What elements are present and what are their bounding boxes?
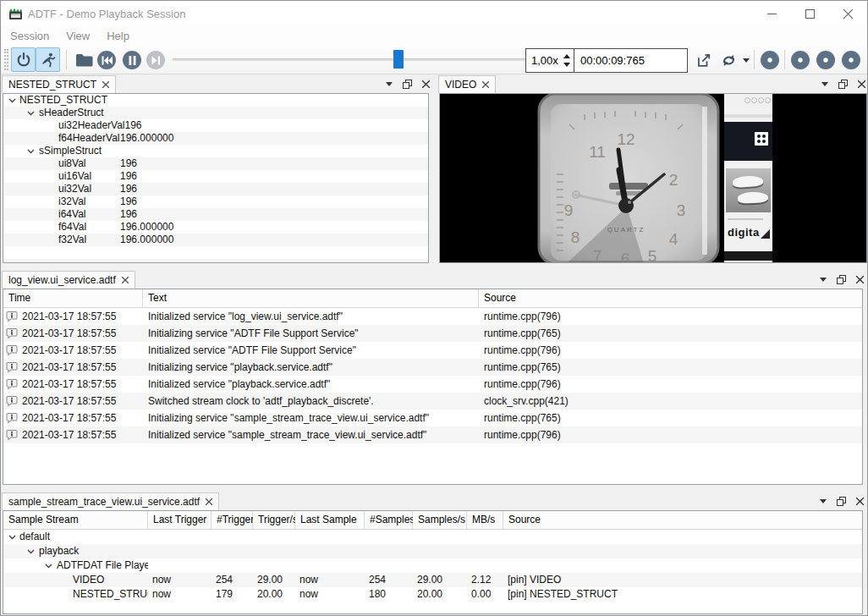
panel-menu-button[interactable] bbox=[821, 82, 828, 86]
tree-row[interactable]: f64HeaderVal196.000000 bbox=[3, 132, 428, 145]
expander-icon[interactable] bbox=[8, 98, 16, 103]
speed-up-button[interactable] bbox=[563, 54, 570, 58]
menu-view[interactable]: View bbox=[58, 28, 98, 44]
record-button-1[interactable] bbox=[761, 51, 779, 69]
tree-row[interactable]: NESTED_STRUCT bbox=[3, 94, 428, 107]
power-button[interactable] bbox=[11, 47, 36, 72]
column-header-source[interactable]: Source bbox=[479, 289, 862, 308]
panel-close-button[interactable] bbox=[856, 276, 864, 283]
power-icon bbox=[15, 52, 32, 69]
log-row[interactable]: 2021-03-17 18:57:55 Initializing service… bbox=[3, 410, 862, 426]
tree-row[interactable]: ui32Val196 bbox=[3, 183, 428, 195]
open-folder-button[interactable] bbox=[72, 47, 96, 72]
stream-table-body: default playback bbox=[3, 530, 862, 602]
panel-float-button[interactable] bbox=[837, 497, 846, 506]
menu-session[interactable]: Session bbox=[2, 28, 58, 44]
tab-nested-struct[interactable]: NESTED_STRUCT bbox=[2, 75, 116, 93]
stream-row[interactable]: default bbox=[3, 530, 862, 544]
tree-value: 196.000000 bbox=[120, 221, 173, 234]
tree-row[interactable]: ui16Val196 bbox=[3, 170, 428, 183]
column-header-text[interactable]: Text bbox=[143, 289, 479, 308]
expander-icon[interactable] bbox=[45, 564, 52, 569]
panel-menu-button[interactable] bbox=[820, 278, 827, 282]
panel-menu-button[interactable] bbox=[820, 499, 827, 503]
stream-row[interactable]: VIDEO now 254 29.00 now 254 29.00 2.12 [… bbox=[3, 573, 862, 587]
column-header-num-samples[interactable]: #Samples bbox=[365, 511, 413, 530]
tree-row[interactable]: sHeaderStruct bbox=[3, 107, 428, 119]
run-button[interactable] bbox=[36, 47, 60, 72]
column-header-sample-stream[interactable]: Sample Stream bbox=[3, 511, 148, 530]
detach-button[interactable] bbox=[692, 49, 715, 72]
video-content: 12 2 3 4 5 6 7 8 9 11 bbox=[439, 93, 867, 263]
loop-dropdown-arrow[interactable] bbox=[743, 58, 750, 63]
tree-row[interactable]: f32Val196.000000 bbox=[3, 234, 428, 246]
log-source: runtime.cpp(765) bbox=[479, 359, 862, 376]
tab-video[interactable]: VIDEO bbox=[438, 75, 496, 93]
stream-row[interactable]: playback bbox=[3, 544, 862, 558]
tab-stream-trace[interactable]: sample_stream_trace_view.ui_service.adtf bbox=[2, 492, 219, 510]
column-header-source[interactable]: Source bbox=[503, 511, 862, 530]
log-row[interactable]: 2021-03-17 18:57:55 Initialized service … bbox=[3, 342, 862, 359]
menu-help[interactable]: Help bbox=[98, 28, 138, 44]
panel-float-button[interactable] bbox=[403, 80, 412, 89]
expander-icon[interactable] bbox=[26, 149, 35, 154]
tree-row[interactable]: ui32HeaderVal196 bbox=[3, 119, 428, 132]
tab-close-icon[interactable] bbox=[206, 498, 212, 505]
log-row[interactable]: 2021-03-17 18:57:55 Switched stream cloc… bbox=[3, 393, 862, 410]
close-button[interactable] bbox=[829, 1, 867, 26]
log-row[interactable]: 2021-03-17 18:57:55 Initialized service … bbox=[3, 426, 862, 443]
skip-to-end-button[interactable] bbox=[146, 51, 165, 69]
toolbar-separator bbox=[66, 50, 67, 69]
column-header-last-trigger[interactable]: Last Trigger bbox=[148, 511, 212, 530]
timeline-slider[interactable] bbox=[173, 45, 548, 74]
slider-track[interactable] bbox=[173, 58, 548, 61]
log-row[interactable]: 2021-03-17 18:57:55 Initialized service … bbox=[3, 308, 862, 325]
panel-close-button[interactable] bbox=[858, 80, 865, 88]
record-button-4[interactable] bbox=[842, 51, 860, 69]
loop-button[interactable] bbox=[717, 49, 740, 72]
expander-icon[interactable] bbox=[26, 111, 35, 116]
log-row[interactable]: 2021-03-17 18:57:55 Initialized service … bbox=[3, 376, 862, 393]
panel-close-button[interactable] bbox=[422, 80, 430, 88]
slider-handle[interactable] bbox=[393, 50, 404, 69]
speed-down-button[interactable] bbox=[563, 63, 570, 67]
skip-back-icon bbox=[102, 56, 113, 65]
expander-icon[interactable] bbox=[26, 549, 35, 554]
pause-button[interactable] bbox=[123, 51, 141, 69]
column-header-mb-s[interactable]: MB/s bbox=[467, 511, 503, 530]
tree-row[interactable]: f64Val196.000000 bbox=[3, 221, 428, 234]
tree-value: 196.000000 bbox=[120, 234, 173, 246]
stream-row[interactable]: NESTED_STRUCT now 179 20.00 now 180 20.0… bbox=[3, 587, 862, 602]
maximize-button[interactable] bbox=[791, 1, 829, 26]
tree-row[interactable]: sSimpleStruct bbox=[3, 145, 428, 157]
column-header-samples-s[interactable]: Samples/s bbox=[413, 511, 467, 530]
panel-menu-button[interactable] bbox=[386, 82, 393, 86]
log-row[interactable]: 2021-03-17 18:57:55 Initializing service… bbox=[3, 359, 862, 376]
tree-row[interactable]: i32Val196 bbox=[3, 195, 428, 208]
minimize-button[interactable] bbox=[753, 1, 791, 26]
log-row[interactable]: 2021-03-17 18:57:55 Initializing service… bbox=[3, 325, 862, 342]
panel-close-button[interactable] bbox=[856, 498, 864, 505]
skip-to-start-button[interactable] bbox=[97, 51, 116, 69]
tree-value: 196 bbox=[120, 208, 137, 221]
column-header-last-sample[interactable]: Last Sample bbox=[295, 511, 365, 530]
panel-float-button[interactable] bbox=[838, 80, 848, 89]
tree-row[interactable]: i64Val196 bbox=[3, 208, 428, 221]
column-header-num-trigger[interactable]: #Trigger bbox=[212, 511, 253, 530]
time-input[interactable] bbox=[574, 49, 687, 72]
tree-label: f64HeaderVal bbox=[58, 132, 120, 145]
expander-icon[interactable] bbox=[8, 535, 16, 540]
tab-log-view[interactable]: log_view.ui_service.adtf bbox=[2, 271, 135, 289]
column-header-trigger-s[interactable]: Trigger/s bbox=[253, 511, 295, 530]
tree-row[interactable]: ui8Val196 bbox=[3, 157, 428, 170]
tab-close-icon[interactable] bbox=[122, 277, 129, 283]
tab-close-icon[interactable] bbox=[482, 81, 489, 88]
panel-float-button[interactable] bbox=[837, 275, 846, 284]
tab-close-icon[interactable] bbox=[102, 81, 109, 88]
stream-row[interactable]: ADTFDAT File Player bbox=[3, 558, 862, 573]
record-button-2[interactable] bbox=[791, 51, 810, 69]
column-header-time[interactable]: Time bbox=[3, 289, 143, 308]
toolbar-drag-handle[interactable] bbox=[4, 49, 8, 70]
speed-spinbox[interactable]: 1,00x bbox=[525, 48, 574, 73]
record-button-3[interactable] bbox=[816, 51, 835, 69]
